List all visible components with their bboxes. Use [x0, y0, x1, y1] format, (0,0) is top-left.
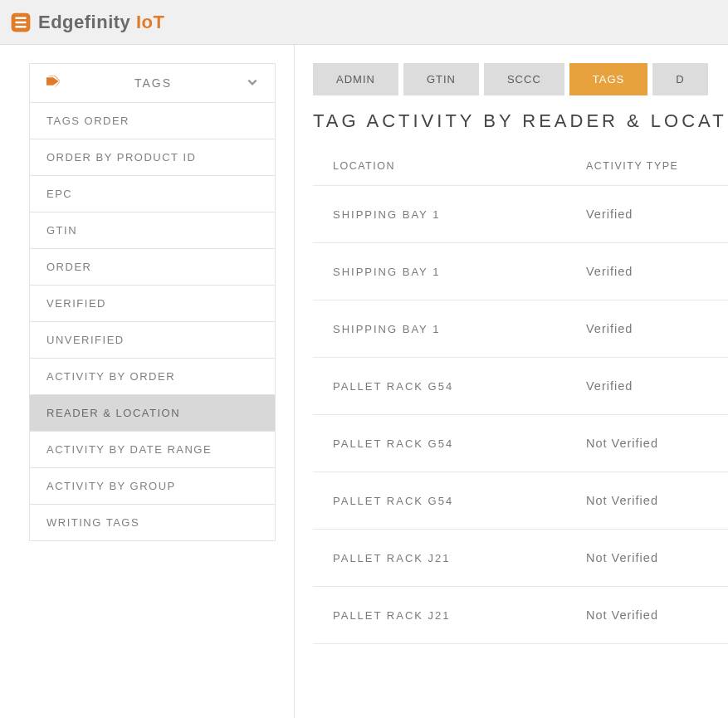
svg-rect-1	[16, 17, 27, 18]
sidebar: TAGS TAGS ORDERORDER BY PRODUCT IDEPCGTI…	[29, 63, 276, 541]
cell-location: PALLET RACK G54	[333, 380, 586, 393]
cell-activity-type: Verified	[586, 265, 708, 278]
table-row[interactable]: PALLET RACK J21Not Verified	[313, 530, 728, 587]
cell-activity-type: Not Verified	[586, 608, 708, 622]
cell-location: PALLET RACK J21	[333, 552, 586, 564]
sidebar-item-reader-location[interactable]: READER & LOCATION	[30, 395, 275, 432]
cell-location: PALLET RACK G54	[333, 437, 586, 450]
tab-bar: ADMINGTINSCCCTAGSD	[313, 63, 728, 95]
table-row[interactable]: PALLET RACK G54Verified	[313, 358, 728, 415]
brand-name-suffix: IoT	[136, 12, 165, 32]
sidebar-item-writing-tags[interactable]: WRITING TAGS	[30, 505, 275, 540]
sidebar-item-gtin[interactable]: GTIN	[30, 212, 275, 249]
app-header: Edgefinity IoT	[0, 0, 728, 45]
brand-name-main: Edgefinity	[38, 12, 130, 32]
svg-rect-2	[16, 21, 27, 22]
table-row[interactable]: PALLET RACK G54Not Verified	[313, 415, 728, 472]
tab-sccc[interactable]: SCCC	[484, 63, 564, 95]
cell-activity-type: Not Verified	[586, 494, 708, 507]
sidebar-container: TAGS TAGS ORDERORDER BY PRODUCT IDEPCGTI…	[0, 45, 295, 718]
cell-location: SHIPPING BAY 1	[333, 323, 586, 335]
table-row[interactable]: PALLET RACK J21Not Verified	[313, 587, 728, 644]
sidebar-header[interactable]: TAGS	[30, 64, 275, 103]
sidebar-item-epc[interactable]: EPC	[30, 176, 275, 212]
table-row[interactable]: SHIPPING BAY 1Verified	[313, 186, 728, 243]
tag-icon	[46, 76, 60, 90]
col-header-location: LOCATION	[333, 160, 586, 172]
main-content: ADMINGTINSCCCTAGSD TAG ACTIVITY BY READE…	[295, 45, 728, 718]
cell-location: PALLET RACK G54	[333, 495, 586, 507]
sidebar-item-order-by-product-id[interactable]: ORDER BY PRODUCT ID	[30, 139, 275, 176]
sidebar-item-tags-order[interactable]: TAGS ORDER	[30, 103, 275, 139]
sidebar-item-activity-by-order[interactable]: ACTIVITY BY ORDER	[30, 359, 275, 395]
cell-activity-type: Not Verified	[586, 437, 708, 450]
table-row[interactable]: PALLET RACK G54Not Verified	[313, 472, 728, 530]
tab-d[interactable]: D	[652, 63, 707, 95]
cell-location: SHIPPING BAY 1	[333, 266, 586, 278]
cell-activity-type: Verified	[586, 208, 708, 221]
sidebar-title: TAGS	[60, 76, 247, 90]
cell-activity-type: Verified	[586, 322, 708, 335]
svg-rect-3	[16, 26, 27, 27]
cell-location: SHIPPING BAY 1	[333, 208, 586, 221]
brand-logo-icon	[10, 12, 32, 33]
col-header-activity-type: ACTIVITY TYPE	[586, 160, 708, 172]
tab-tags[interactable]: TAGS	[569, 63, 647, 95]
table-row[interactable]: SHIPPING BAY 1Verified	[313, 300, 728, 358]
sidebar-item-activity-by-group[interactable]: ACTIVITY BY GROUP	[30, 468, 275, 505]
cell-activity-type: Not Verified	[586, 551, 708, 564]
brand-name: Edgefinity IoT	[38, 12, 164, 33]
cell-location: PALLET RACK J21	[333, 609, 586, 622]
sidebar-item-verified[interactable]: VERIFIED	[30, 286, 275, 322]
activity-table: LOCATION ACTIVITY TYPE SHIPPING BAY 1Ver…	[313, 147, 728, 644]
cell-activity-type: Verified	[586, 379, 708, 393]
page-title: TAG ACTIVITY BY READER & LOCATION	[313, 110, 728, 132]
sidebar-item-activity-by-date-range[interactable]: ACTIVITY BY DATE RANGE	[30, 432, 275, 468]
tab-gtin[interactable]: GTIN	[403, 63, 479, 95]
chevron-down-icon	[247, 76, 258, 90]
table-row[interactable]: SHIPPING BAY 1Verified	[313, 243, 728, 300]
sidebar-item-order[interactable]: ORDER	[30, 249, 275, 286]
tab-admin[interactable]: ADMIN	[313, 63, 398, 95]
table-header-row: LOCATION ACTIVITY TYPE	[313, 147, 728, 186]
sidebar-item-unverified[interactable]: UNVERIFIED	[30, 322, 275, 359]
